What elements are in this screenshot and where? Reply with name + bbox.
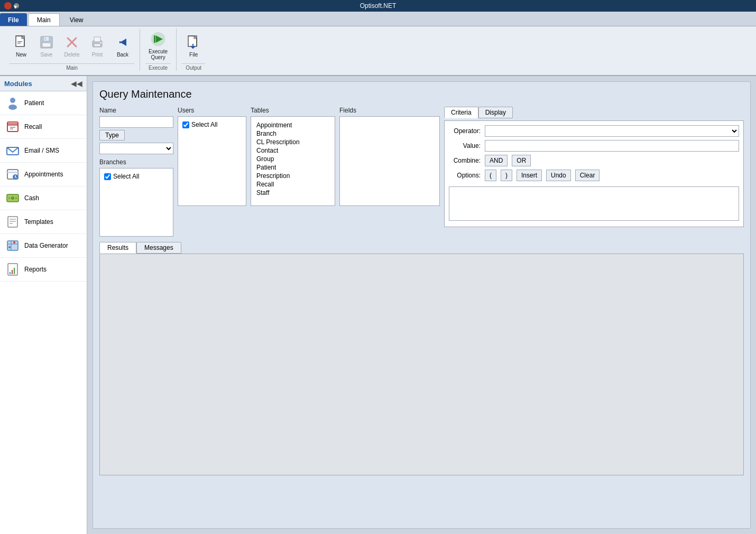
tables-column: Tables AppointmentBranchCL PrescriptionC…: [251, 107, 335, 237]
sidebar-label-reports: Reports: [24, 266, 47, 273]
table-item[interactable]: CL Prescription: [255, 138, 330, 146]
app-title: Optisoft.NET: [360, 2, 397, 10]
operator-select[interactable]: [485, 125, 739, 137]
results-tab-results[interactable]: Results: [99, 242, 136, 254]
users-select-all-row: Select All: [180, 119, 244, 130]
users-box: Select All: [178, 116, 246, 206]
app-icon: [4, 2, 12, 10]
main-layout: Modules ◀◀ Patient Recall Email / SMS: [0, 76, 756, 534]
tab-file[interactable]: File: [0, 13, 27, 26]
svg-rect-12: [94, 37, 100, 42]
table-item[interactable]: Group: [255, 155, 330, 163]
sidebar-label-patient: Patient: [24, 99, 44, 107]
execute-query-button[interactable]: ExecuteQuery: [145, 29, 171, 62]
save-button[interactable]: Save: [35, 32, 58, 60]
print-icon: [89, 34, 106, 51]
criteria-content: Operator: Value: Combine: AND: [444, 120, 744, 227]
sidebar-label-email-sms: Email / SMS: [24, 147, 59, 154]
type-button[interactable]: Type: [99, 130, 125, 140]
toolbar-output-label: Output: [182, 63, 205, 71]
sidebar-item-reports[interactable]: Reports: [0, 258, 87, 282]
svg-rect-6: [43, 36, 49, 41]
title-bar: ▾ Optisoft.NET: [0, 0, 756, 12]
back-label: Back: [117, 52, 128, 58]
sidebar-item-data-generator[interactable]: Data Generator: [0, 234, 87, 258]
type-select[interactable]: [99, 143, 173, 154]
toolbar-group-output: File Output: [177, 29, 210, 71]
cash-icon: [5, 191, 20, 205]
title-bar-left: ▾: [4, 2, 19, 10]
criteria-tab-display[interactable]: Display: [478, 107, 513, 118]
results-tabs: Results Messages: [99, 242, 744, 254]
tab-view[interactable]: View: [61, 13, 93, 26]
sidebar-item-email-sms[interactable]: Email / SMS: [0, 139, 87, 163]
operator-label: Operator:: [449, 127, 481, 135]
sidebar-title: Modules: [4, 80, 32, 88]
sidebar-collapse-button[interactable]: ◀◀: [71, 79, 82, 88]
name-column: Name Type Branches Select All: [99, 107, 173, 237]
users-label: Users: [178, 107, 246, 114]
execute-query-label: ExecuteQuery: [149, 49, 168, 60]
table-item[interactable]: Branch: [255, 129, 330, 138]
name-label: Name: [99, 107, 173, 114]
toolbar: New Save Delete Print: [0, 26, 756, 76]
reports-icon: [5, 262, 20, 277]
sidebar-item-recall[interactable]: Recall: [0, 115, 87, 139]
users-select-all-checkbox[interactable]: [182, 121, 189, 128]
name-input[interactable]: [99, 116, 173, 128]
or-button[interactable]: OR: [512, 155, 531, 166]
template-icon: [5, 214, 20, 229]
file-output-label: File: [189, 52, 198, 58]
save-icon: [38, 34, 55, 51]
sidebar-item-cash[interactable]: Cash: [0, 186, 87, 210]
sidebar-label-templates: Templates: [24, 218, 53, 226]
svg-marker-15: [120, 39, 126, 46]
insert-button[interactable]: Insert: [517, 170, 542, 181]
svg-rect-49: [12, 270, 13, 274]
table-item[interactable]: Patient: [255, 163, 330, 172]
table-item[interactable]: Recall: [255, 180, 330, 189]
users-column: Users Select All: [178, 107, 246, 237]
undo-button[interactable]: Undo: [546, 170, 571, 181]
tab-main[interactable]: Main: [28, 13, 60, 26]
criteria-tab-criteria[interactable]: Criteria: [444, 107, 478, 118]
results-panel: [99, 254, 744, 475]
sidebar-item-appointments[interactable]: Appointments: [0, 163, 87, 186]
toolbar-execute-buttons: ExecuteQuery: [145, 29, 171, 62]
close-paren-button[interactable]: ): [501, 170, 512, 181]
svg-point-24: [10, 98, 15, 103]
sidebar-label-recall: Recall: [24, 123, 42, 130]
open-paren-button[interactable]: (: [485, 170, 496, 181]
users-select-all-label: Select All: [191, 121, 217, 128]
minimize-btn[interactable]: ▾: [14, 3, 19, 8]
svg-rect-38: [8, 217, 17, 227]
svg-rect-7: [44, 37, 46, 40]
sidebar-item-templates[interactable]: Templates: [0, 210, 87, 234]
back-button[interactable]: Back: [111, 32, 134, 60]
results-section: Results Messages: [99, 242, 744, 475]
delete-button[interactable]: Delete: [60, 32, 84, 60]
table-item[interactable]: Appointment: [255, 121, 330, 129]
sidebar-item-patient[interactable]: Patient: [0, 91, 87, 115]
query-maintenance-title: Query Maintenance: [99, 88, 744, 100]
value-input[interactable]: [485, 140, 739, 152]
print-button[interactable]: Print: [86, 32, 109, 60]
execute-icon: [150, 31, 167, 48]
svg-point-25: [8, 105, 17, 110]
value-row: Value:: [449, 140, 739, 152]
and-button[interactable]: AND: [485, 155, 508, 166]
criteria-textarea[interactable]: [449, 186, 739, 221]
results-tab-messages[interactable]: Messages: [136, 242, 181, 254]
table-item[interactable]: Prescription: [255, 172, 330, 180]
branches-select-all-row: Select All: [102, 171, 171, 182]
table-item[interactable]: Contact: [255, 146, 330, 155]
svg-rect-3: [17, 41, 22, 42]
combine-label: Combine:: [449, 157, 481, 164]
delete-label: Delete: [64, 52, 80, 58]
table-item[interactable]: Staff: [255, 189, 330, 197]
file-output-button[interactable]: File: [182, 32, 205, 60]
branches-select-all-checkbox[interactable]: [104, 173, 111, 180]
sidebar-label-appointments: Appointments: [24, 171, 63, 178]
new-button[interactable]: New: [10, 32, 33, 60]
clear-button[interactable]: Clear: [575, 170, 600, 181]
